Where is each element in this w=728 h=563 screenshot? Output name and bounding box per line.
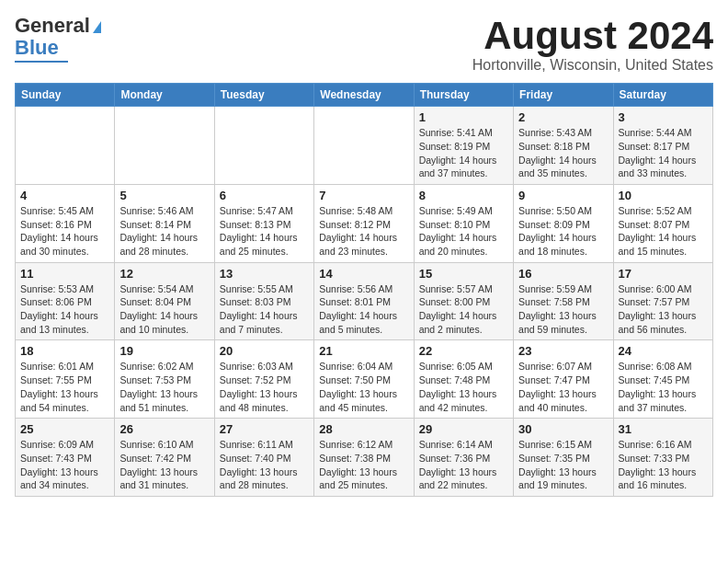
title-block: August 2024 Hortonville, Wisconsin, Unit…	[472, 15, 713, 74]
day-info: Sunrise: 5:56 AM Sunset: 8:01 PM Dayligh…	[319, 282, 408, 337]
day-info: Sunrise: 5:44 AM Sunset: 8:17 PM Dayligh…	[619, 126, 708, 180]
day-number: 17	[619, 267, 708, 281]
calendar-cell: 4Sunrise: 5:45 AM Sunset: 8:16 PM Daylig…	[16, 184, 115, 262]
day-of-week-header: Tuesday	[214, 84, 313, 107]
calendar-cell	[314, 107, 414, 185]
calendar-cell: 6Sunrise: 5:47 AM Sunset: 8:13 PM Daylig…	[214, 184, 313, 262]
logo: General Blue	[15, 15, 101, 63]
day-of-week-header: Sunday	[16, 84, 115, 107]
calendar-cell: 8Sunrise: 5:49 AM Sunset: 8:10 PM Daylig…	[414, 184, 513, 262]
day-info: Sunrise: 6:10 AM Sunset: 7:42 PM Dayligh…	[119, 438, 209, 492]
day-of-week-header: Monday	[115, 84, 214, 107]
calendar-cell: 14Sunrise: 5:56 AM Sunset: 8:01 PM Dayli…	[314, 262, 414, 340]
calendar-cell: 9Sunrise: 5:50 AM Sunset: 8:09 PM Daylig…	[514, 184, 613, 262]
day-number: 23	[518, 344, 608, 358]
day-number: 30	[518, 422, 608, 436]
day-number: 4	[20, 189, 109, 202]
calendar-cell: 2Sunrise: 5:43 AM Sunset: 8:18 PM Daylig…	[514, 107, 613, 185]
calendar-cell: 29Sunrise: 6:14 AM Sunset: 7:36 PM Dayli…	[414, 419, 513, 497]
day-info: Sunrise: 6:12 AM Sunset: 7:38 PM Dayligh…	[319, 438, 408, 492]
day-number: 1	[419, 110, 508, 124]
calendar-header: SundayMondayTuesdayWednesdayThursdayFrid…	[16, 84, 713, 107]
day-number: 22	[419, 344, 508, 358]
day-of-week-header: Friday	[514, 84, 613, 107]
calendar-location: Hortonville, Wisconsin, United States	[472, 57, 713, 74]
calendar-cell	[214, 107, 313, 185]
day-info: Sunrise: 5:45 AM Sunset: 8:16 PM Dayligh…	[20, 204, 109, 259]
day-number: 10	[619, 189, 708, 202]
day-info: Sunrise: 6:03 AM Sunset: 7:52 PM Dayligh…	[220, 360, 309, 414]
day-info: Sunrise: 5:41 AM Sunset: 8:19 PM Dayligh…	[419, 126, 508, 180]
calendar-cell: 27Sunrise: 6:11 AM Sunset: 7:40 PM Dayli…	[214, 419, 313, 497]
calendar-cell: 10Sunrise: 5:52 AM Sunset: 8:07 PM Dayli…	[613, 184, 712, 262]
day-info: Sunrise: 5:54 AM Sunset: 8:04 PM Dayligh…	[119, 282, 209, 337]
calendar-cell: 25Sunrise: 6:09 AM Sunset: 7:43 PM Dayli…	[16, 419, 115, 497]
day-info: Sunrise: 6:07 AM Sunset: 7:47 PM Dayligh…	[518, 360, 608, 414]
day-of-week-header: Thursday	[414, 84, 513, 107]
calendar-week-row: 25Sunrise: 6:09 AM Sunset: 7:43 PM Dayli…	[16, 419, 713, 497]
day-info: Sunrise: 6:01 AM Sunset: 7:55 PM Dayligh…	[20, 360, 109, 414]
day-number: 27	[220, 422, 309, 436]
day-info: Sunrise: 6:04 AM Sunset: 7:50 PM Dayligh…	[319, 360, 408, 414]
calendar-week-row: 1Sunrise: 5:41 AM Sunset: 8:19 PM Daylig…	[16, 107, 713, 185]
calendar-cell: 30Sunrise: 6:15 AM Sunset: 7:35 PM Dayli…	[514, 419, 613, 497]
day-number: 18	[20, 344, 109, 358]
day-number: 26	[119, 422, 209, 436]
logo-blue-text: Blue	[15, 37, 59, 59]
calendar-cell: 23Sunrise: 6:07 AM Sunset: 7:47 PM Dayli…	[514, 340, 613, 419]
calendar-cell: 26Sunrise: 6:10 AM Sunset: 7:42 PM Dayli…	[115, 419, 214, 497]
calendar-week-row: 4Sunrise: 5:45 AM Sunset: 8:16 PM Daylig…	[16, 184, 713, 262]
day-number: 2	[518, 110, 608, 124]
day-info: Sunrise: 5:59 AM Sunset: 7:58 PM Dayligh…	[518, 282, 608, 337]
calendar-cell: 20Sunrise: 6:03 AM Sunset: 7:52 PM Dayli…	[214, 340, 313, 419]
day-info: Sunrise: 5:53 AM Sunset: 8:06 PM Dayligh…	[20, 282, 109, 337]
day-info: Sunrise: 6:09 AM Sunset: 7:43 PM Dayligh…	[20, 438, 109, 492]
calendar-cell: 7Sunrise: 5:48 AM Sunset: 8:12 PM Daylig…	[314, 184, 414, 262]
day-info: Sunrise: 6:02 AM Sunset: 7:53 PM Dayligh…	[119, 360, 209, 414]
logo-text: General	[15, 15, 101, 37]
day-info: Sunrise: 6:00 AM Sunset: 7:57 PM Dayligh…	[619, 282, 708, 337]
day-info: Sunrise: 6:15 AM Sunset: 7:35 PM Dayligh…	[518, 438, 608, 492]
calendar-cell: 15Sunrise: 5:57 AM Sunset: 8:00 PM Dayli…	[414, 262, 513, 340]
day-number: 14	[319, 267, 408, 281]
day-number: 24	[619, 344, 708, 358]
day-info: Sunrise: 6:05 AM Sunset: 7:48 PM Dayligh…	[419, 360, 508, 414]
day-info: Sunrise: 5:55 AM Sunset: 8:03 PM Dayligh…	[220, 282, 309, 337]
calendar-cell: 21Sunrise: 6:04 AM Sunset: 7:50 PM Dayli…	[314, 340, 414, 419]
day-number: 6	[220, 189, 309, 202]
day-info: Sunrise: 5:48 AM Sunset: 8:12 PM Dayligh…	[319, 204, 408, 259]
day-info: Sunrise: 5:50 AM Sunset: 8:09 PM Dayligh…	[518, 204, 608, 259]
day-number: 20	[220, 344, 309, 358]
day-info: Sunrise: 5:46 AM Sunset: 8:14 PM Dayligh…	[119, 204, 209, 259]
day-number: 19	[119, 344, 209, 358]
day-number: 12	[119, 267, 209, 281]
calendar-cell: 24Sunrise: 6:08 AM Sunset: 7:45 PM Dayli…	[613, 340, 712, 419]
day-number: 9	[518, 189, 608, 202]
calendar-body: 1Sunrise: 5:41 AM Sunset: 8:19 PM Daylig…	[16, 107, 713, 497]
page-header: General Blue August 2024 Hortonville, Wi…	[15, 15, 713, 74]
day-number: 28	[319, 422, 408, 436]
day-info: Sunrise: 6:14 AM Sunset: 7:36 PM Dayligh…	[419, 438, 508, 492]
calendar-cell: 1Sunrise: 5:41 AM Sunset: 8:19 PM Daylig…	[414, 107, 513, 185]
day-info: Sunrise: 5:52 AM Sunset: 8:07 PM Dayligh…	[619, 204, 708, 259]
calendar-cell	[115, 107, 214, 185]
day-number: 8	[419, 189, 508, 202]
days-of-week-row: SundayMondayTuesdayWednesdayThursdayFrid…	[16, 84, 713, 107]
calendar-table: SundayMondayTuesdayWednesdayThursdayFrid…	[15, 83, 713, 497]
day-number: 29	[419, 422, 508, 436]
day-number: 11	[20, 267, 109, 281]
logo-underline	[15, 61, 68, 63]
calendar-cell: 16Sunrise: 5:59 AM Sunset: 7:58 PM Dayli…	[514, 262, 613, 340]
day-number: 15	[419, 267, 508, 281]
day-number: 7	[319, 189, 408, 202]
calendar-week-row: 18Sunrise: 6:01 AM Sunset: 7:55 PM Dayli…	[16, 340, 713, 419]
day-number: 3	[619, 110, 708, 124]
day-number: 31	[619, 422, 708, 436]
day-info: Sunrise: 6:11 AM Sunset: 7:40 PM Dayligh…	[220, 438, 309, 492]
day-info: Sunrise: 6:08 AM Sunset: 7:45 PM Dayligh…	[619, 360, 708, 414]
calendar-cell: 17Sunrise: 6:00 AM Sunset: 7:57 PM Dayli…	[613, 262, 712, 340]
calendar-cell: 22Sunrise: 6:05 AM Sunset: 7:48 PM Dayli…	[414, 340, 513, 419]
day-number: 21	[319, 344, 408, 358]
day-number: 25	[20, 422, 109, 436]
calendar-cell: 31Sunrise: 6:16 AM Sunset: 7:33 PM Dayli…	[613, 419, 712, 497]
